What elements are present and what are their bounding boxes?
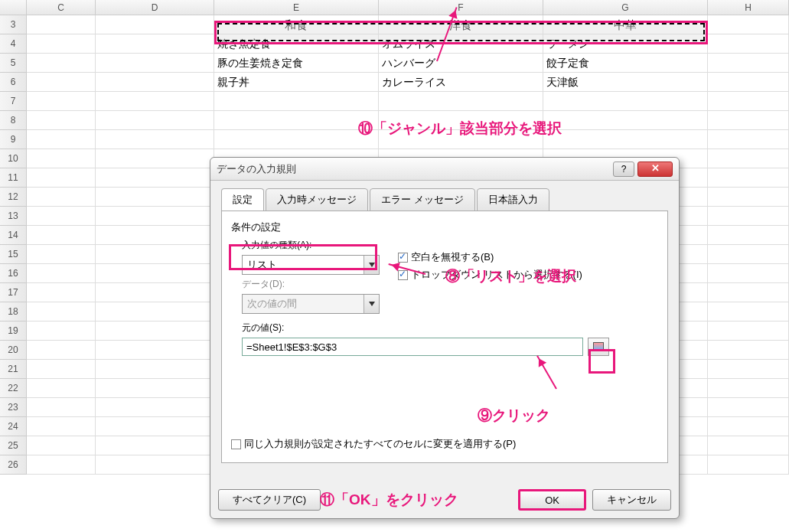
cell-D22[interactable] <box>96 379 214 398</box>
cell-H11[interactable] <box>708 168 789 188</box>
cell-H23[interactable] <box>708 398 789 417</box>
row-header-21[interactable]: 21 <box>0 360 27 379</box>
cell-C5[interactable] <box>27 54 96 73</box>
type-combo[interactable]: リスト <box>242 255 380 275</box>
cell-E4[interactable]: 焼き魚定食 <box>214 34 379 54</box>
ignore-blank-checkbox[interactable] <box>398 253 408 263</box>
cell-F9[interactable] <box>379 130 543 149</box>
cell-C11[interactable] <box>27 168 96 188</box>
row-header-9[interactable]: 9 <box>0 130 27 149</box>
close-button[interactable]: ✕ <box>637 162 673 177</box>
cell-H9[interactable] <box>708 130 789 149</box>
cell-D25[interactable] <box>96 436 214 455</box>
col-header-g[interactable]: G <box>543 0 708 15</box>
cell-G4[interactable]: ラーメン <box>543 34 708 54</box>
row-header-5[interactable]: 5 <box>0 54 27 73</box>
cell-H19[interactable] <box>708 321 789 341</box>
cell-H12[interactable] <box>708 188 789 207</box>
cell-H6[interactable] <box>708 73 789 92</box>
row-header-14[interactable]: 14 <box>0 226 27 245</box>
cell-D3[interactable] <box>96 15 214 34</box>
cell-H5[interactable] <box>708 54 789 73</box>
row-header-22[interactable]: 22 <box>0 379 27 398</box>
cell-H24[interactable] <box>708 417 789 436</box>
cell-D7[interactable] <box>96 92 214 111</box>
cell-E8[interactable] <box>214 111 379 130</box>
cell-C19[interactable] <box>27 321 96 341</box>
cell-C13[interactable] <box>27 207 96 226</box>
row-header-10[interactable]: 10 <box>0 149 27 168</box>
cell-C16[interactable] <box>27 264 96 283</box>
col-header-d[interactable]: D <box>96 0 214 15</box>
cell-D13[interactable] <box>96 207 214 226</box>
cell-G3[interactable]: 中華 <box>543 15 708 34</box>
cell-D18[interactable] <box>96 302 214 321</box>
cell-C17[interactable] <box>27 283 96 302</box>
cell-C22[interactable] <box>27 379 96 398</box>
row-header-18[interactable]: 18 <box>0 302 27 321</box>
row-header-13[interactable]: 13 <box>0 207 27 226</box>
col-header-h[interactable]: H <box>708 0 789 15</box>
cell-E7[interactable] <box>214 92 379 111</box>
row-header-6[interactable]: 6 <box>0 73 27 92</box>
cell-C24[interactable] <box>27 417 96 436</box>
cell-D14[interactable] <box>96 226 214 245</box>
cell-E9[interactable] <box>214 130 379 149</box>
tab-input-message[interactable]: 入力時メッセージ <box>266 188 368 211</box>
clear-all-button[interactable]: すべてクリア(C) <box>218 489 321 511</box>
row-header-23[interactable]: 23 <box>0 398 27 417</box>
cell-D8[interactable] <box>96 111 214 130</box>
cell-D23[interactable] <box>96 398 214 417</box>
cell-E3[interactable]: 和食 <box>214 15 379 34</box>
cell-G7[interactable] <box>543 92 708 111</box>
cell-G6[interactable]: 天津飯 <box>543 73 708 92</box>
row-header-8[interactable]: 8 <box>0 111 27 130</box>
cell-H16[interactable] <box>708 264 789 283</box>
cell-C3[interactable] <box>27 15 96 34</box>
dropdown-checkbox[interactable] <box>398 270 408 280</box>
row-header-15[interactable]: 15 <box>0 245 27 264</box>
cell-G5[interactable]: 餃子定食 <box>543 54 708 73</box>
cell-D4[interactable] <box>96 34 214 54</box>
cell-H15[interactable] <box>708 245 789 264</box>
row-header-4[interactable]: 4 <box>0 34 27 54</box>
tab-ime-mode[interactable]: 日本語入力 <box>477 188 549 211</box>
cell-C25[interactable] <box>27 436 96 455</box>
cell-E5[interactable]: 豚の生姜焼き定食 <box>214 54 379 73</box>
cell-H7[interactable] <box>708 92 789 111</box>
cell-D24[interactable] <box>96 417 214 436</box>
tab-settings[interactable]: 設定 <box>221 188 264 211</box>
dialog-titlebar[interactable]: データの入力規則 ? ✕ <box>210 158 679 181</box>
cell-D19[interactable] <box>96 321 214 341</box>
row-header-11[interactable]: 11 <box>0 168 27 188</box>
tab-error-message[interactable]: エラー メッセージ <box>370 188 475 211</box>
cell-C14[interactable] <box>27 226 96 245</box>
cell-F8[interactable] <box>379 111 543 130</box>
cell-D15[interactable] <box>96 245 214 264</box>
cell-D10[interactable] <box>96 149 214 168</box>
row-header-24[interactable]: 24 <box>0 417 27 436</box>
cell-F3[interactable]: 洋食 <box>379 15 543 34</box>
cell-C20[interactable] <box>27 341 96 360</box>
cell-E6[interactable]: 親子丼 <box>214 73 379 92</box>
row-header-19[interactable]: 19 <box>0 321 27 341</box>
cell-H18[interactable] <box>708 302 789 321</box>
cell-D17[interactable] <box>96 283 214 302</box>
row-header-3[interactable]: 3 <box>0 15 27 34</box>
cell-D11[interactable] <box>96 168 214 188</box>
type-dropdown-button[interactable] <box>364 256 379 274</box>
cell-C23[interactable] <box>27 398 96 417</box>
cell-H13[interactable] <box>708 207 789 226</box>
cell-H14[interactable] <box>708 226 789 245</box>
row-header-26[interactable]: 26 <box>0 455 27 475</box>
cell-F4[interactable]: オムライス <box>379 34 543 54</box>
cell-G8[interactable] <box>543 111 708 130</box>
cell-F7[interactable] <box>379 92 543 111</box>
cell-H17[interactable] <box>708 283 789 302</box>
cell-H3[interactable] <box>708 15 789 34</box>
col-header-e[interactable]: E <box>214 0 379 15</box>
apply-all-checkbox[interactable] <box>231 439 241 449</box>
cell-H8[interactable] <box>708 111 789 130</box>
cell-H26[interactable] <box>708 455 789 475</box>
cell-C12[interactable] <box>27 188 96 207</box>
